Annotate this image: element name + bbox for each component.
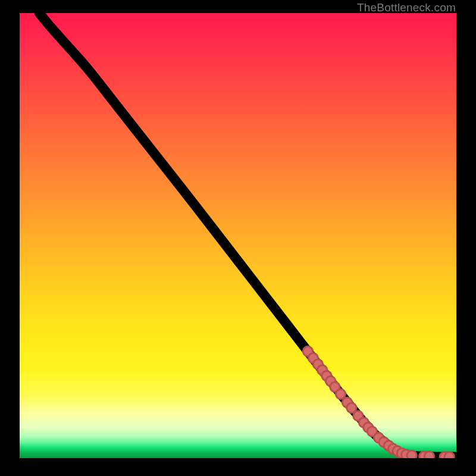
chart-svg <box>20 13 456 458</box>
plot-area <box>20 13 456 458</box>
scatter-dot <box>444 452 454 458</box>
scatter-dot <box>424 452 434 458</box>
watermark-text: TheBottleneck.com <box>357 1 456 14</box>
scatter-dot <box>336 389 345 399</box>
scatter-dot <box>407 450 416 458</box>
main-curve <box>39 13 456 457</box>
chart-frame: TheBottleneck.com <box>0 0 476 476</box>
scatter-group <box>303 346 454 458</box>
